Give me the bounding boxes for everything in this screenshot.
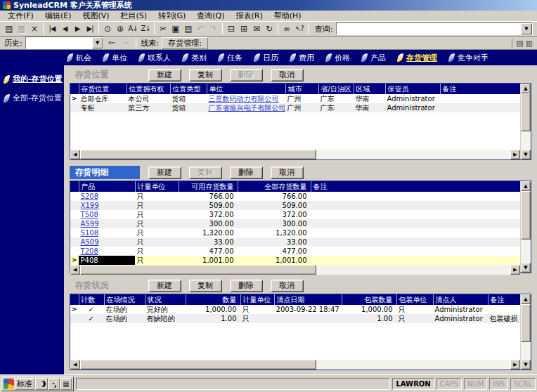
column-header[interactable]: 计数 (79, 294, 104, 305)
取消-button[interactable]: 取消 (271, 69, 304, 81)
column-header[interactable]: 存货位置 (79, 84, 127, 94)
query-dropdown-button[interactable]: ▼ (521, 23, 532, 34)
scroll-thumb[interactable] (80, 360, 317, 370)
table-row[interactable]: >总部仓库本公司货箱三星数码动力有限公司广州广东华南Administrator (70, 94, 520, 103)
menu-item[interactable]: 报表(R) (231, 11, 268, 21)
cell[interactable]: T508 (79, 210, 135, 219)
scroll-left-arrow[interactable]: ◀ (70, 265, 80, 275)
cell[interactable]: A509 (79, 237, 135, 247)
table-row[interactable]: T508只372.00372.00 (70, 210, 520, 219)
cell[interactable]: A599 (79, 219, 135, 228)
help-mode-icon[interactable]: ↖? (293, 22, 306, 35)
column-header[interactable]: 位置类型 (170, 84, 207, 94)
tab-任务[interactable]: 任务 (216, 50, 252, 65)
cell[interactable]: P408 (79, 256, 135, 265)
first-record-icon[interactable]: |◀ (46, 22, 58, 35)
复制-button[interactable]: 复制 (189, 69, 222, 81)
scroll-track[interactable] (80, 265, 510, 275)
删除-button[interactable]: 删除 (230, 166, 263, 179)
delete-record-icon[interactable]: × (28, 22, 41, 35)
column-header[interactable]: 可用存货数量 (179, 181, 238, 192)
soft-keyboard-button[interactable]: ▦ (60, 378, 72, 390)
cell[interactable]: S108 (79, 228, 135, 237)
sidebar-item[interactable]: 我的-存货位置 (0, 72, 64, 86)
tab-竞争对手[interactable]: 竞争对手 (446, 50, 498, 65)
tab-产品[interactable]: 产品 (359, 50, 395, 65)
menu-item[interactable]: 转到(G) (153, 11, 190, 21)
scroll-thumb[interactable] (521, 304, 531, 342)
scroll-down-arrow[interactable]: ▼ (521, 360, 531, 370)
menu-item[interactable]: 文件(F) (3, 11, 39, 21)
table-row[interactable]: ✓在场的有缺陷的1.00只1.00只Administrator包装破损 (70, 314, 520, 323)
refresh-icon[interactable]: ↻ (263, 22, 276, 35)
cell[interactable]: 广东省振兴电子有限公司 (207, 103, 285, 112)
prev-record-icon[interactable]: ◀ (58, 22, 71, 35)
prev-card-icon[interactable]: ▤ (516, 39, 523, 48)
新建-button[interactable]: 新建 (148, 280, 181, 292)
scroll-track[interactable] (80, 150, 510, 159)
horizontal-scrollbar[interactable]: ◀▶ (70, 265, 520, 275)
tab-费用[interactable]: 费用 (287, 50, 323, 65)
cell[interactable]: S208 (79, 192, 135, 201)
table-row[interactable]: X199只509.00509.00 (70, 201, 520, 210)
column-header[interactable]: 数量 (186, 294, 240, 305)
horizontal-scrollbar[interactable]: ◀▶ (70, 360, 520, 370)
find-icon[interactable]: ∞ (280, 22, 293, 35)
query-combobox[interactable]: ▼ (336, 22, 533, 35)
column-header[interactable]: 在场情况 (104, 294, 145, 305)
table-row[interactable]: A509只33.0033.00 (70, 237, 520, 247)
取消-button[interactable]: 取消 (271, 280, 304, 292)
last-record-icon[interactable]: ▶| (84, 22, 96, 35)
scroll-right-arrow[interactable]: ▶ (510, 360, 520, 370)
next-card-icon[interactable]: ▥ (526, 39, 533, 48)
table-row[interactable]: S208只766.00766.00 (70, 192, 520, 201)
copy-icon[interactable]: ▣ (169, 22, 182, 35)
query-input[interactable] (337, 23, 521, 34)
column-header[interactable]: 保管员 (385, 84, 440, 94)
tab-价格[interactable]: 价格 (323, 50, 359, 65)
history-dropdown-button[interactable]: ▼ (92, 37, 103, 48)
paste-icon[interactable]: ▤ (182, 22, 195, 35)
column-header[interactable]: 清点人 (433, 294, 488, 305)
scroll-right-arrow[interactable]: ▶ (510, 150, 520, 159)
column-header[interactable]: 包装数量 (342, 294, 396, 305)
scroll-track[interactable] (521, 93, 531, 150)
history-combobox[interactable]: ▼ (25, 37, 104, 49)
cut-icon[interactable]: ✂ (157, 22, 169, 35)
scroll-thumb[interactable] (80, 265, 317, 275)
column-header[interactable]: 城市 (285, 84, 318, 94)
scroll-down-arrow[interactable]: ▼ (521, 150, 531, 159)
new-record-icon[interactable]: ▤ (3, 22, 15, 35)
scroll-up-arrow[interactable]: ▲ (521, 181, 531, 191)
detail-find-icon[interactable]: ⊕ (114, 22, 127, 35)
复制-button[interactable]: 复制 (189, 280, 222, 292)
tab-类别[interactable]: 类别 (180, 50, 216, 65)
scroll-thumb[interactable] (521, 93, 531, 131)
column-header[interactable]: 省/自治区 (318, 84, 354, 94)
scroll-up-arrow[interactable]: ▲ (521, 84, 531, 93)
column-header[interactable]: 区域 (354, 84, 385, 94)
sort-desc-icon[interactable]: Z↓ (139, 22, 152, 35)
vertical-scrollbar[interactable]: ▲▼ (520, 294, 531, 370)
fullwidth-toggle-button[interactable] (35, 378, 48, 390)
column-header[interactable]: 清点日期 (274, 294, 342, 305)
table-row[interactable]: T208只477.00477.00 (70, 247, 520, 256)
新建-button[interactable]: 新建 (148, 166, 181, 179)
cell[interactable]: X199 (79, 201, 135, 210)
table-row[interactable]: >P408只1,001.001,001.00 (70, 256, 520, 265)
scroll-thumb[interactable] (80, 150, 317, 159)
tab-单位[interactable]: 单位 (101, 50, 136, 65)
scroll-left-arrow[interactable]: ◀ (70, 150, 80, 159)
column-header[interactable]: 状况 (145, 294, 186, 305)
scroll-thumb[interactable] (521, 191, 531, 240)
print-icon[interactable]: ⊟ (225, 22, 238, 35)
tab-日历[interactable]: 日历 (252, 50, 287, 65)
scroll-track[interactable] (80, 360, 510, 370)
scroll-track[interactable] (521, 304, 531, 360)
ime-logo-icon[interactable] (4, 379, 14, 389)
tab-存货管理[interactable]: 存货管理 (395, 50, 446, 65)
column-header[interactable]: 备注 (311, 181, 520, 192)
column-header[interactable]: 计量单位 (135, 181, 179, 192)
punctuation-toggle-button[interactable]: ·, (48, 378, 60, 390)
vertical-scrollbar[interactable]: ▲▼ (520, 181, 531, 273)
